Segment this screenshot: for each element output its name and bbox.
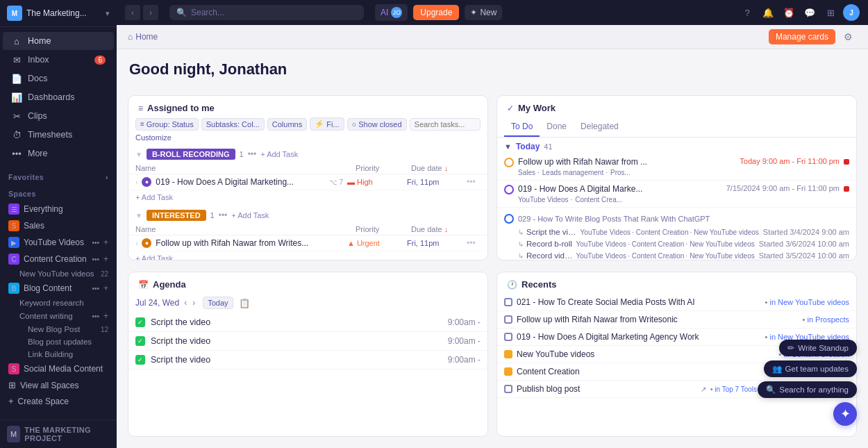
sidebar-item-clips[interactable]: ✂ Clips [3, 107, 114, 125]
notification-icon[interactable]: 🔔 [760, 4, 776, 21]
sidebar-subitem-keyword-research[interactable]: Keyword research [0, 297, 117, 309]
sidebar-item-inbox[interactable]: ✉ Inbox 6 [3, 51, 114, 69]
subtask-tag: New YouTube videos [690, 240, 756, 248]
chat-icon[interactable]: 💬 [801, 4, 818, 21]
next-date-button[interactable]: › [190, 297, 197, 308]
write-standup-button[interactable]: ✏ Write Standup [779, 340, 857, 356]
group-status-button[interactable]: ≡ Group: Status [135, 118, 199, 131]
sidebar-view-all-spaces[interactable]: ⊞ View all Spaces [0, 377, 117, 393]
user-avatar[interactable]: J [843, 4, 860, 21]
sidebar-subitem-link-building[interactable]: Link Building [0, 348, 117, 360]
interested-menu-icon[interactable]: ••• [219, 210, 228, 220]
ai-user-avatar: JO [391, 7, 402, 18]
work-subtask[interactable]: ↳ Script the video YouTube Videos Conten… [504, 226, 849, 238]
today-count: 41 [544, 142, 552, 151]
youtube-options-icon[interactable]: ••• [92, 239, 99, 247]
sidebar-create-space[interactable]: + Create Space [0, 393, 117, 409]
sidebar-item-dashboards[interactable]: 📊 Dashboards [3, 88, 114, 106]
sidebar-item-everything[interactable]: ☰ Everything [0, 201, 117, 217]
sidebar-subitem-new-youtube[interactable]: New YouTube videos 22 [0, 267, 117, 280]
list-item[interactable]: ✓ Script the video 9:00am - [128, 351, 487, 370]
back-button[interactable]: ‹ [125, 5, 140, 20]
content-writing-options-icon[interactable]: ••• [92, 313, 99, 320]
get-team-updates-button[interactable]: 👥 Get team updates [764, 360, 857, 377]
sidebar-item-home[interactable]: ⌂ Home [3, 32, 114, 50]
forward-button[interactable]: › [143, 5, 158, 20]
sales-label: Sales [24, 221, 44, 231]
blog-options-icon[interactable]: ••• [92, 285, 99, 292]
assigned-card-header: ≡ Assigned to me [128, 96, 487, 117]
grid-icon[interactable]: ⊞ [822, 4, 839, 21]
sidebar-nav: ⌂ Home ✉ Inbox 6 📄 Docs 📊 Dashboards ✂ C… [0, 27, 117, 167]
sidebar-item-social-media[interactable]: S Social Media Content [0, 360, 117, 377]
row-expand-icon2[interactable]: › [135, 240, 137, 247]
table-row[interactable]: › ● Follow up with Rifah Nawar from Writ… [128, 235, 487, 251]
task-status-icon: ● [142, 177, 151, 187]
interested-expand-icon[interactable]: ▼ [135, 212, 142, 219]
sidebar-item-blog-content[interactable]: B Blog Content ••• + [0, 280, 117, 297]
help-icon[interactable]: ? [739, 4, 756, 21]
sidebar-subitem-new-blog-post[interactable]: New Blog Post 12 [0, 323, 117, 335]
content-writing-add-icon[interactable]: + [103, 311, 108, 321]
customize-button[interactable]: Customize [135, 133, 172, 142]
sidebar-item-content-creation[interactable]: C Content Creation ••• + [0, 251, 117, 267]
manage-cards-button[interactable]: Manage cards [769, 29, 835, 44]
search-bar[interactable]: 🔍 Search... [169, 5, 364, 20]
tab-delegated[interactable]: Delegated [574, 117, 626, 137]
sidebar-footer[interactable]: M THE MARKETING PROJECT [0, 420, 117, 448]
row-menu-icon2[interactable]: ••• [467, 238, 481, 248]
columns-button[interactable]: Columns [267, 118, 307, 131]
sidebar-item-youtube-videos[interactable]: ▶ YouTube Videos ••• + [0, 234, 117, 251]
youtube-add-icon[interactable]: + [103, 238, 108, 247]
sidebar-item-sales[interactable]: S Sales [0, 217, 117, 234]
tab-done[interactable]: Done [540, 117, 574, 137]
main-action-button[interactable]: ✦ [833, 402, 857, 426]
sidebar-item-docs[interactable]: 📄 Docs [3, 69, 114, 88]
content-creation-add-icon[interactable]: + [103, 254, 108, 264]
today-date-button[interactable]: Today [203, 297, 233, 309]
calendar-icon[interactable]: 📋 [239, 298, 250, 308]
broll-menu-icon[interactable]: ••• [248, 149, 257, 159]
filter-icon: ⚡ [315, 119, 324, 128]
upgrade-button[interactable]: Upgrade [413, 5, 459, 20]
work-tag: Sales [518, 169, 540, 176]
list-item[interactable]: ✓ Script the video 9:00am - [128, 332, 487, 351]
interested-add-subtask-button[interactable]: + Add Task [135, 254, 173, 260]
favorites-expand-icon[interactable]: › [106, 173, 108, 181]
row-expand-icon[interactable]: › [135, 179, 137, 186]
show-closed-button[interactable]: ○ Show closed [347, 118, 407, 131]
work-subtask[interactable]: ↳ Record b-roll YouTube Videos Content C… [504, 238, 849, 249]
sidebar-item-timesheets[interactable]: ⏱ Timesheets [3, 126, 114, 144]
list-item[interactable]: Follow up with Rifah Nawar from Writeson… [497, 311, 856, 329]
blog-add-icon[interactable]: + [103, 283, 108, 293]
list-item[interactable]: 021 - How To Create Social Media Posts W… [497, 294, 856, 311]
subtasks-button[interactable]: Subtasks: Col... [201, 118, 265, 131]
filter-button[interactable]: ⚡ Fi... [310, 117, 344, 131]
settings-icon[interactable]: ⚙ [840, 30, 857, 44]
broll-expand-icon[interactable]: ▼ [135, 151, 142, 158]
broll-add-subtask-button[interactable]: + Add Task [135, 193, 173, 201]
sidebar-item-more[interactable]: ••• More [3, 144, 114, 163]
sidebar-subitem-blog-post-updates[interactable]: Blog post updates [0, 335, 117, 348]
broll-add-task-button[interactable]: + Add Task [260, 150, 298, 158]
breadcrumb[interactable]: ⌂ Home [128, 32, 158, 42]
search-for-anything-button[interactable]: 🔍 Search for anything [758, 381, 857, 398]
table-row[interactable]: › ● 019 - How Does A Digital Marketing..… [128, 174, 487, 190]
task-search-input[interactable] [410, 118, 481, 131]
today-label: Today [516, 142, 540, 151]
list-item[interactable]: ✓ Script the video 9:00am - [128, 313, 487, 332]
workspace-header[interactable]: M The Marketing... ▾ [0, 0, 117, 27]
clock-icon[interactable]: ⏰ [781, 4, 797, 21]
new-button[interactable]: ✦ New [465, 5, 502, 20]
work-item[interactable]: 019 - How Does A Digital Marke... 7/15/2… [497, 181, 856, 208]
work-subtask[interactable]: ↳ Record video YouTube Videos Content Cr… [504, 249, 849, 260]
work-item[interactable]: Follow up with Rifah Nawar from ... Toda… [497, 154, 856, 181]
content-creation-options-icon[interactable]: ••• [92, 256, 99, 263]
interested-add-task-button[interactable]: + Add Task [231, 211, 269, 219]
prev-date-button[interactable]: ‹ [182, 297, 189, 308]
tab-todo[interactable]: To Do [504, 117, 540, 137]
row-menu-icon[interactable]: ••• [467, 177, 481, 187]
ai-button[interactable]: AI JO [375, 4, 408, 21]
sidebar-subitem-content-writing[interactable]: Content writing ••• + [0, 309, 117, 323]
new-youtube-label: New YouTube videos [19, 269, 94, 278]
